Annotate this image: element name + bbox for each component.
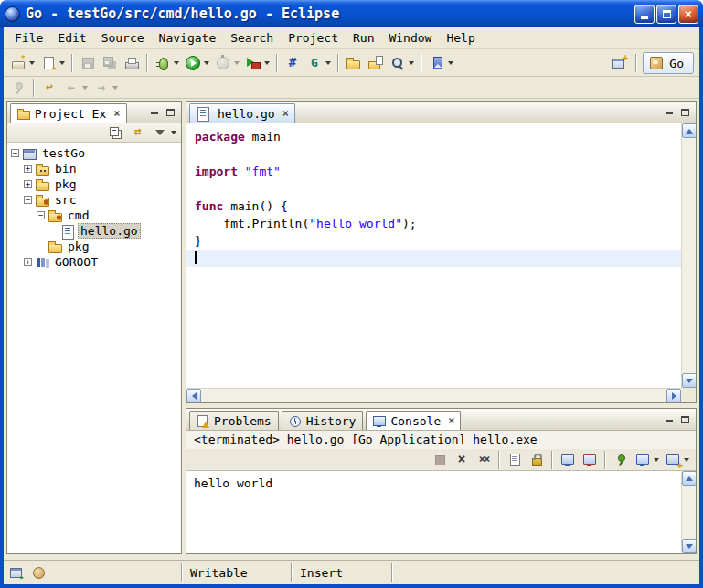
dropdown-arrow-icon[interactable]: [325, 61, 331, 65]
tree-item-bin[interactable]: +bin: [7, 161, 181, 176]
dropdown-arrow-icon[interactable]: [409, 61, 414, 65]
dropdown-arrow-icon[interactable]: [654, 458, 659, 462]
pin-editor-button[interactable]: [8, 79, 28, 97]
code-line-5[interactable]: func main() {: [186, 198, 681, 215]
scroll-down-button[interactable]: [682, 373, 697, 388]
close-icon[interactable]: ×: [282, 107, 289, 120]
menu-edit[interactable]: Edit: [50, 29, 93, 47]
tree-expander-icon[interactable]: +: [24, 258, 32, 266]
tab-console[interactable]: Console×: [366, 411, 461, 430]
code-line-2[interactable]: [186, 145, 681, 163]
maximize-button[interactable]: [656, 5, 676, 24]
close-button[interactable]: ×: [678, 5, 698, 24]
maximize-view-button[interactable]: [678, 106, 692, 119]
forward-button[interactable]: [91, 79, 120, 97]
dropdown-arrow-icon[interactable]: [59, 61, 65, 65]
open-folder-button[interactable]: [344, 54, 364, 72]
save-button[interactable]: [78, 54, 98, 72]
external-tools-button[interactable]: [243, 54, 272, 72]
scroll-track[interactable]: [682, 138, 696, 373]
tree-item-pkg[interactable]: pkg: [7, 239, 181, 254]
tree-item-cmd[interactable]: −cmd: [7, 208, 181, 223]
scroll-right-button[interactable]: [666, 389, 681, 403]
menu-project[interactable]: Project: [281, 29, 346, 47]
title-bar[interactable]: Go - testGo/src/cmd/hello.go - Eclipse ×: [0, 0, 703, 27]
scroll-up-button[interactable]: [682, 123, 697, 138]
code-line-4[interactable]: [186, 180, 681, 198]
close-icon[interactable]: ×: [113, 107, 120, 120]
remove-launch-button[interactable]: [452, 451, 472, 469]
link-with-editor-button[interactable]: [128, 123, 148, 142]
scroll-left-button[interactable]: [186, 389, 201, 403]
minimize-button[interactable]: [634, 5, 655, 24]
view-menu-button[interactable]: [150, 123, 178, 142]
tree-expander-icon[interactable]: −: [37, 211, 45, 219]
dropdown-arrow-icon[interactable]: [112, 86, 118, 90]
new-wizard-button[interactable]: [8, 54, 37, 72]
console-output[interactable]: hello world: [186, 471, 681, 553]
open-resource-button[interactable]: [366, 54, 386, 72]
tree-item-src[interactable]: −src: [7, 192, 181, 208]
code-line-1[interactable]: package main: [186, 128, 681, 145]
dropdown-arrow-icon[interactable]: [684, 458, 689, 462]
tree-item-testgo[interactable]: −testGo: [7, 145, 181, 161]
menu-file[interactable]: File: [7, 29, 50, 47]
close-icon[interactable]: ×: [448, 414, 454, 427]
display-selected-console-button[interactable]: [633, 451, 661, 469]
show-on-stderr-button[interactable]: [580, 451, 600, 469]
tab-history[interactable]: History: [282, 411, 364, 430]
code-line-6[interactable]: fmt.Println("hello world");: [186, 215, 681, 232]
tab-problems[interactable]: Problems: [189, 411, 279, 430]
minimize-view-button[interactable]: [662, 413, 676, 426]
dropdown-arrow-icon[interactable]: [174, 61, 179, 65]
vertical-scrollbar[interactable]: [681, 123, 696, 388]
profile-button[interactable]: [213, 54, 241, 72]
dropdown-arrow-icon[interactable]: [29, 61, 35, 65]
dropdown-arrow-icon[interactable]: [204, 61, 209, 65]
collapse-all-button[interactable]: [106, 123, 126, 142]
code-line-7[interactable]: }: [186, 232, 681, 250]
vertical-scrollbar[interactable]: [681, 471, 696, 553]
run-button[interactable]: [183, 54, 211, 72]
maximize-view-button[interactable]: [678, 413, 692, 426]
menu-window[interactable]: Window: [381, 29, 439, 47]
debug-button[interactable]: [153, 54, 181, 72]
back-button[interactable]: [61, 79, 90, 97]
remove-all-terminated-button[interactable]: [474, 451, 494, 469]
dropdown-arrow-icon[interactable]: [448, 61, 453, 65]
pin-console-button[interactable]: [611, 451, 631, 469]
new-go-element-button[interactable]: [38, 54, 67, 72]
menu-source[interactable]: Source: [94, 29, 152, 47]
tree-item-pkg[interactable]: +pkg: [7, 176, 181, 192]
minimize-view-button[interactable]: [662, 106, 676, 119]
open-perspective-button[interactable]: [609, 54, 629, 72]
tab-hello-go[interactable]: hello.go ×: [189, 103, 295, 123]
save-all-button[interactable]: [100, 54, 120, 72]
tree-expander-icon[interactable]: −: [11, 149, 19, 157]
last-edit-location-button[interactable]: [39, 79, 59, 97]
dropdown-arrow-icon[interactable]: [234, 61, 240, 65]
scroll-track[interactable]: [201, 389, 666, 402]
code-line-3[interactable]: import "fmt": [186, 163, 681, 180]
dropdown-arrow-icon[interactable]: [171, 131, 176, 134]
terminate-button[interactable]: [430, 451, 450, 469]
menu-run[interactable]: Run: [346, 29, 381, 47]
maximize-view-button[interactable]: [164, 106, 177, 119]
new-go-app-button[interactable]: [282, 54, 303, 72]
menu-navigate[interactable]: Navigate: [152, 29, 224, 47]
tree-expander-icon[interactable]: +: [24, 180, 32, 188]
tree-item-goroot[interactable]: +GOROOT: [7, 254, 181, 270]
bookmark-button[interactable]: [427, 54, 455, 72]
tree-item-hello-go[interactable]: hello.go: [7, 223, 181, 239]
horizontal-scrollbar[interactable]: [186, 388, 681, 402]
menu-search[interactable]: Search: [223, 29, 281, 47]
tree-expander-icon[interactable]: +: [24, 165, 32, 173]
go-documentation-button[interactable]: [304, 54, 333, 72]
project-tree[interactable]: −testGo+bin+pkg−src−cmdhello.gopkg+GOROO…: [7, 143, 181, 553]
tree-expander-icon[interactable]: −: [24, 196, 32, 204]
go-perspective-button[interactable]: Go: [643, 52, 694, 74]
scroll-down-button[interactable]: [682, 539, 697, 553]
show-view-icon[interactable]: [9, 565, 24, 580]
search-button[interactable]: [388, 54, 416, 72]
go-status-icon[interactable]: [31, 565, 46, 580]
